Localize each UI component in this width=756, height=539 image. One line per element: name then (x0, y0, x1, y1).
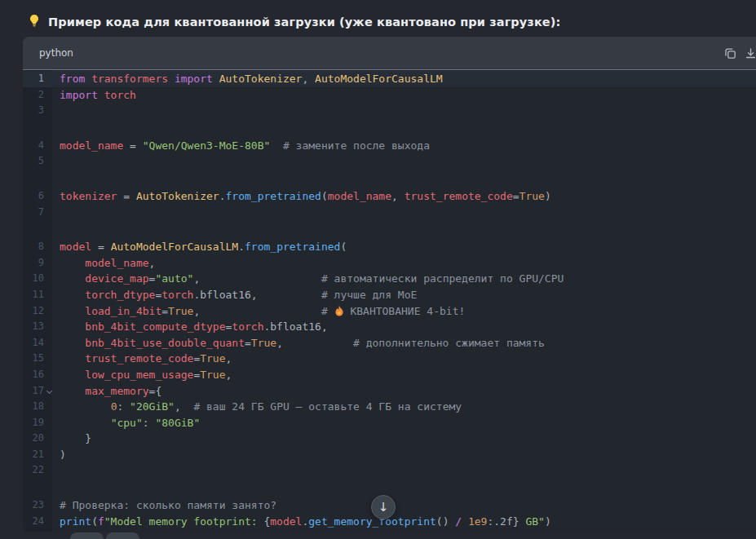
code-line: 8model = AutoModelForCausalLM.from_pretr… (23, 239, 756, 255)
code-line-text: # Проверка: сколько памяти занято? (52, 497, 276, 514)
code-editor[interactable]: 1from transformers import AutoTokenizer,… (23, 69, 756, 532)
code-line-text: print(f"Model memory footprint: {model.g… (52, 514, 551, 530)
code-line: 9 model_name, (23, 255, 756, 272)
code-line-text: trust_remote_code=True, (52, 351, 232, 367)
code-line: 11 torch_dtype=torch.bfloat16, # лучше д… (23, 287, 756, 303)
line-number: 24 (23, 514, 52, 530)
code-line: 3 (23, 103, 756, 119)
line-number: 21 (23, 447, 52, 463)
code-line-text: tokenizer = AutoTokenizer.from_pretraine… (52, 188, 551, 205)
code-line-text: torch_dtype=torch.bfloat16, # лучше для … (52, 287, 417, 303)
line-number: 5 (23, 153, 52, 170)
code-line: 2import torch (23, 87, 756, 104)
code-line: 21) (23, 447, 756, 463)
code-line: 19 "cpu": "80GiB" (23, 415, 756, 431)
line-number: 6 (23, 188, 52, 205)
line-number: 19 (23, 415, 52, 431)
code-line: 22 (23, 462, 756, 479)
code-line-text: ) (52, 447, 66, 463)
line-number: 2 (23, 87, 52, 104)
line-number: 17 (23, 383, 52, 400)
line-number: 7 (23, 205, 52, 221)
download-button[interactable] (745, 47, 756, 60)
code-line: 10 device_map="auto", # автоматически ра… (23, 271, 756, 287)
code-block-header: python (23, 37, 756, 69)
code-line-text: bnb_4bit_use_double_quant=True, # дополн… (52, 335, 545, 351)
code-line-text: from transformers import AutoTokenizer, … (52, 71, 443, 87)
code-line: 7 (23, 205, 756, 221)
assistant-message-heading: Пример кода для квантованной загрузки (у… (28, 14, 560, 30)
line-number: 16 (23, 367, 52, 383)
code-line-text (52, 205, 60, 221)
line-number: 1 (23, 71, 52, 87)
lightbulb-icon (28, 14, 41, 30)
line-number: 18 (23, 399, 52, 415)
code-line: 6tokenizer = AutoTokenizer.from_pretrain… (23, 188, 756, 205)
code-line: 16 low_cpu_mem_usage=True, (23, 367, 756, 383)
line-number: 23 (23, 497, 52, 514)
code-line-text: model_name, (52, 255, 155, 272)
code-line: 14 bnb_4bit_use_double_quant=True, # доп… (23, 335, 756, 351)
code-line-text: model_name = "Qwen/Qwen3-MoE-80B" # заме… (52, 138, 430, 154)
fold-chevron-icon[interactable] (46, 387, 52, 393)
language-label: python (39, 47, 73, 59)
line-number: 22 (23, 462, 52, 479)
code-line-text: } (52, 431, 91, 447)
code-line-text: import torch (52, 87, 136, 104)
code-line-text: load_in_4bit=True, # КВАНТОВАНИЕ 4-bit! (52, 303, 465, 320)
line-number: 20 (23, 431, 52, 447)
code-line-text (52, 103, 60, 119)
code-line-text: "cpu": "80GiB" (52, 415, 200, 431)
copy-icon (724, 50, 736, 62)
code-block: python 1from transformers im (23, 37, 756, 532)
scroll-to-bottom-button[interactable]: ↓ (371, 495, 396, 519)
code-line: 20 } (23, 431, 756, 447)
line-number: 4 (23, 138, 52, 154)
code-line-text: 0: "20GiB", # ваш 24 ГБ GPU — оставьте 4… (52, 399, 462, 415)
arrow-down-icon: ↓ (378, 500, 389, 515)
code-line-text: low_cpu_mem_usage=True, (52, 367, 232, 383)
line-number: 13 (23, 319, 52, 335)
line-number: 15 (23, 351, 52, 367)
line-number: 3 (23, 103, 52, 119)
line-number: 14 (23, 335, 52, 351)
code-line: 17 max_memory={ (23, 383, 756, 400)
code-line: 13 bnb_4bit_compute_dtype=torch.bfloat16… (23, 319, 756, 335)
suggestion-chip[interactable] (70, 532, 104, 539)
copy-button[interactable] (724, 47, 736, 60)
code-line: 12 load_in_4bit=True, # КВАНТОВАНИЕ 4-bi… (23, 303, 756, 320)
code-line-text (52, 153, 60, 170)
code-line-text: device_map="auto", # автоматически распр… (52, 271, 564, 287)
line-number: 9 (23, 255, 52, 272)
page-title: Пример кода для квантованной загрузки (у… (48, 15, 560, 29)
code-lines: 1from transformers import AutoTokenizer,… (23, 71, 756, 529)
code-line: 18 0: "20GiB", # ваш 24 ГБ GPU — оставьт… (23, 399, 756, 415)
code-line: 5 (23, 153, 756, 170)
code-line-text (52, 462, 60, 479)
line-number: 10 (23, 271, 52, 287)
line-number: 8 (23, 239, 52, 255)
suggestion-chip[interactable] (106, 532, 139, 539)
download-icon (745, 50, 756, 62)
code-line: 4model_name = "Qwen/Qwen3-MoE-80B" # зам… (23, 138, 756, 154)
line-number: 12 (23, 303, 52, 320)
code-line-text: bnb_4bit_compute_dtype=torch.bfloat16, (52, 319, 328, 335)
code-line-text: max_memory={ (52, 383, 161, 400)
code-line: 1from transformers import AutoTokenizer,… (23, 71, 756, 87)
code-line: 15 trust_remote_code=True, (23, 351, 756, 367)
code-line-text: model = AutoModelForCausalLM.from_pretra… (52, 239, 347, 255)
code-header-actions (724, 47, 756, 60)
line-number: 11 (23, 287, 52, 303)
